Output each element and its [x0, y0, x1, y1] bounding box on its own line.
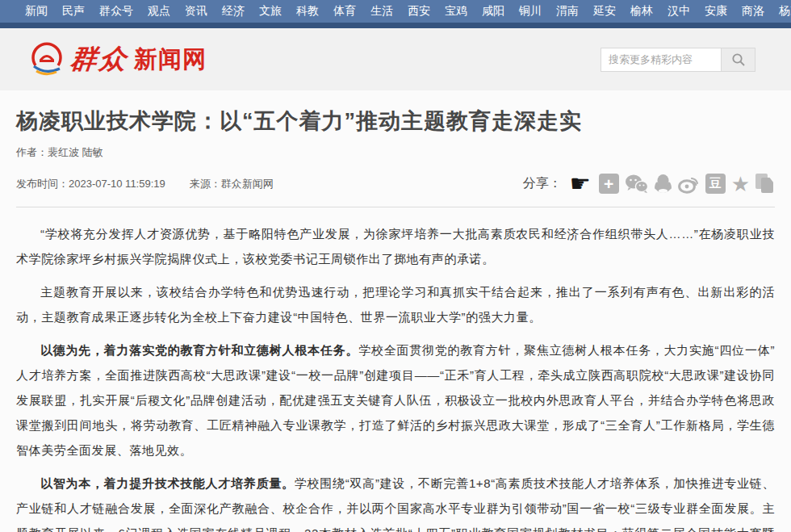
share-label: 分享： — [523, 175, 562, 192]
wechat-icon[interactable] — [625, 174, 648, 194]
meta-left: 发布时间：2023-07-10 11:59:19 来源：群众新闻网 — [16, 177, 274, 191]
pointer-hand-icon[interactable]: ☛ — [570, 172, 591, 195]
nav-item[interactable]: 商洛 — [734, 4, 772, 19]
nav-item[interactable]: 安康 — [697, 4, 734, 19]
share-bar: 分享： ☛ + — [523, 172, 775, 195]
nav-item[interactable]: 西安 — [400, 4, 437, 19]
paragraph-lead: 以德为先，着力落实党的教育方针和立德树人根本任务。 — [40, 343, 358, 357]
article-paragraph: 以德为先，着力落实党的教育方针和立德树人根本任务。学校全面贯彻党的教育方针，聚焦… — [16, 337, 775, 463]
nav-item[interactable]: 榆林 — [623, 4, 660, 19]
weibo-icon[interactable] — [678, 174, 700, 194]
article-title: 杨凌职业技术学院：以“五个着力”推动主题教育走深走实 — [16, 107, 775, 136]
nav-item[interactable]: 群众号 — [92, 4, 140, 19]
site-header: 群众 新闻网 — [0, 28, 791, 90]
search-icon — [731, 52, 746, 67]
nav-item[interactable]: 经济 — [215, 4, 252, 19]
page: 新闻 民声 群众号 观点 资讯 经济 文旅 科教 体育 生活 西安 宝鸡 咸阳 … — [0, 0, 791, 532]
search-button[interactable] — [721, 48, 755, 72]
search-box — [601, 48, 755, 72]
nav-item[interactable]: 体育 — [326, 4, 363, 19]
douban-icon[interactable]: 豆 — [705, 174, 726, 194]
nav-item[interactable]: 观点 — [140, 4, 178, 19]
meta-row: 发布时间：2023-07-10 11:59:19 来源：群众新闻网 分享： ☛ … — [16, 172, 775, 195]
article-paragraph: “学校将充分发挥人才资源优势，基于略阳特色产业发展，为徐家坪培养一大批高素质农民… — [16, 221, 775, 271]
source: 来源：群众新闻网 — [190, 177, 274, 191]
nav-item[interactable]: 生活 — [363, 4, 400, 19]
nav-item[interactable]: 文旅 — [252, 4, 289, 19]
site-name-script: 群众 — [69, 41, 131, 77]
author-line: 作者：裴红波 陆敏 — [16, 145, 775, 160]
nav-item[interactable]: 渭南 — [549, 4, 586, 19]
publish-time: 发布时间：2023-07-10 11:59:19 — [16, 177, 165, 191]
nav-item[interactable]: 汉中 — [660, 4, 697, 19]
top-navigation: 新闻 民声 群众号 观点 资讯 经济 文旅 科教 体育 生活 西安 宝鸡 咸阳 … — [0, 0, 791, 23]
nav-item[interactable]: 延安 — [586, 4, 623, 19]
paragraph-text: 学校全面贯彻党的教育方针，聚焦立德树人根本任务，大力实施“四位一体”人才培养方案… — [16, 343, 775, 457]
article-paragraph: 主题教育开展以来，该校结合办学特色和优势迅速行动，把理论学习和真抓实干结合起来，… — [16, 279, 775, 329]
qq-icon[interactable] — [654, 174, 672, 194]
nav-item[interactable]: 杨凌 — [772, 4, 791, 19]
nav-item[interactable]: 民声 — [55, 4, 92, 19]
site-logo-emblem-icon — [29, 42, 65, 77]
copy-icon[interactable] — [755, 174, 775, 194]
site-logo[interactable]: 群众 新闻网 — [29, 41, 207, 77]
article-body: “学校将充分发挥人才资源优势，基于略阳特色产业发展，为徐家坪培养一大批高素质农民… — [16, 207, 775, 532]
share-more-icon[interactable]: + — [599, 174, 619, 194]
paragraph-text: “学校将充分发挥人才资源优势，基于略阳特色产业发展，为徐家坪培养一大批高素质农民… — [16, 227, 775, 266]
nav-item[interactable]: 科教 — [289, 4, 326, 19]
article-paragraph: 以智为本，着力提升技术技能人才培养质量。学校围绕“双高”建设，不断完善1+8“高… — [16, 471, 775, 532]
nav-item[interactable]: 新闻 — [18, 4, 55, 19]
nav-item[interactable]: 宝鸡 — [437, 4, 475, 19]
nav-accent-strip — [0, 23, 791, 28]
nav-item[interactable]: 咸阳 — [475, 4, 512, 19]
paragraph-lead: 以智为本，着力提升技术技能人才培养质量。 — [40, 476, 295, 490]
qzone-star-icon[interactable]: ★ — [731, 174, 750, 195]
search-input[interactable] — [601, 48, 721, 72]
nav-item[interactable]: 资讯 — [178, 4, 215, 19]
paragraph-text: 主题教育开展以来，该校结合办学特色和优势迅速行动，把理论学习和真抓实干结合起来，… — [16, 285, 775, 324]
nav-item[interactable]: 铜川 — [512, 4, 549, 19]
article: 杨凌职业技术学院：以“五个着力”推动主题教育走深走实 作者：裴红波 陆敏 发布时… — [0, 90, 791, 532]
site-name: 新闻网 — [134, 44, 207, 76]
